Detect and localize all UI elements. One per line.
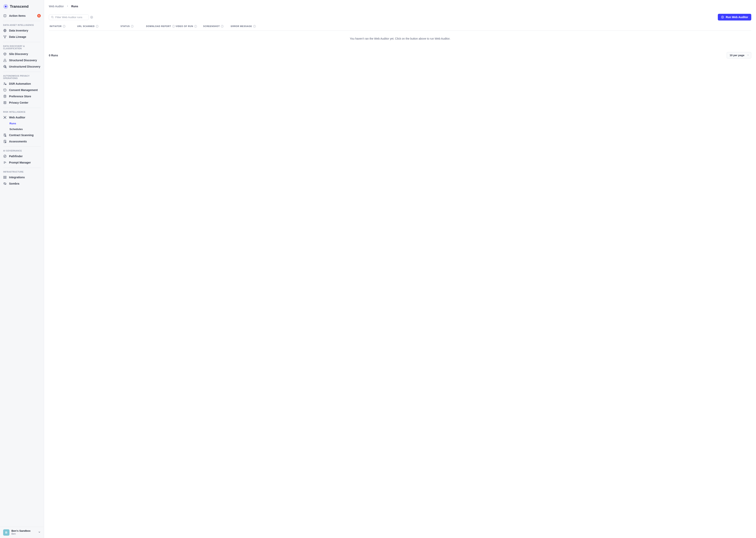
- prompt-icon: [3, 161, 7, 164]
- nav-web-auditor[interactable]: Web Auditor: [0, 114, 44, 121]
- workspace-name: Ben's Sandbox: [11, 529, 36, 533]
- nav-label: DSR Automation: [9, 82, 31, 85]
- sidebar: Transcend Action Items 6 Data Asset Inte…: [0, 0, 44, 538]
- col-status[interactable]: Statusi: [120, 25, 146, 28]
- lineage-icon: [3, 35, 7, 39]
- breadcrumb-parent[interactable]: Web Auditor: [49, 5, 64, 8]
- nav-consent-management[interactable]: Consent Management: [0, 87, 44, 93]
- nav-label: Data Inventory: [9, 29, 28, 32]
- nav-label: Web Auditor: [9, 116, 25, 119]
- globe-search-icon: [3, 65, 7, 68]
- nav-assessments[interactable]: Assessments: [0, 138, 44, 144]
- nav-data-inventory[interactable]: Data Inventory: [0, 27, 44, 34]
- scan-icon: [3, 116, 7, 119]
- nav-label: Consent Management: [9, 88, 38, 92]
- section-header: Data Discovery & Classification: [0, 42, 44, 51]
- nav-structured-discovery[interactable]: Structured Discovery: [0, 57, 44, 63]
- svg-point-26: [51, 16, 53, 18]
- info-icon[interactable]: i: [63, 25, 65, 27]
- chevron-down-icon: [747, 54, 749, 57]
- dsr-icon: [3, 82, 7, 85]
- info-icon[interactable]: i: [253, 25, 256, 27]
- nav-unstructured-discovery[interactable]: Unstructured Discovery: [0, 63, 44, 70]
- nav-preference-store[interactable]: Preference Store: [0, 93, 44, 99]
- section-header: AI Governance: [0, 147, 44, 153]
- nav-web-auditor-schedules[interactable]: Schedules: [0, 126, 44, 132]
- nav-action-items[interactable]: Action Items 6: [0, 13, 44, 19]
- integrations-icon: [3, 176, 7, 179]
- col-video-of-run[interactable]: Video of Runi: [176, 25, 203, 28]
- run-web-auditor-button[interactable]: Run Web Auditor: [718, 14, 751, 21]
- button-label: Run Web Auditor: [726, 16, 748, 19]
- workspace-switcher[interactable]: B Ben's Sandbox Ben: [0, 527, 44, 538]
- bolt-icon: [3, 14, 7, 18]
- nav-pathfinder[interactable]: Pathfinder: [0, 153, 44, 159]
- nav-sombra[interactable]: Sombra: [0, 181, 44, 187]
- nav-data-lineage[interactable]: Data Lineage: [0, 34, 44, 40]
- nav-label: Pathfinder: [9, 155, 23, 158]
- sidebar-scroll[interactable]: Transcend Action Items 6 Data Asset Inte…: [0, 0, 44, 527]
- nav-label: Prompt Manager: [9, 161, 31, 164]
- nav-integrations[interactable]: Integrations: [0, 174, 44, 181]
- svg-point-21: [4, 155, 6, 158]
- nav-label: Contract Scanning: [9, 134, 33, 137]
- svg-point-10: [4, 82, 5, 83]
- nav-privacy-center[interactable]: Privacy Center: [0, 99, 44, 106]
- breadcrumb-current: Runs: [71, 5, 78, 8]
- table-footer: 0 Runs 10 per page: [49, 52, 751, 59]
- section-header: Autonomous Privacy Operations: [0, 72, 44, 81]
- privacy-icon: [3, 101, 7, 104]
- store-icon: [3, 94, 7, 98]
- info-icon[interactable]: i: [194, 25, 197, 27]
- avatar: B: [3, 529, 10, 536]
- info-icon[interactable]: i: [131, 25, 133, 27]
- nav-label: Structured Discovery: [9, 59, 37, 62]
- add-filter-icon[interactable]: [90, 16, 93, 19]
- info-icon[interactable]: i: [221, 25, 223, 27]
- brand-name: Transcend: [10, 4, 28, 9]
- nav-label: Schedules: [10, 128, 23, 131]
- user-meta: Ben's Sandbox Ben: [11, 529, 36, 536]
- col-screenshot[interactable]: Screenshoti: [203, 25, 231, 28]
- nav-label: Runs: [10, 122, 16, 125]
- info-icon[interactable]: i: [172, 25, 175, 27]
- nav-label: Sombra: [9, 182, 19, 185]
- col-download-report[interactable]: Download Reporti: [146, 25, 176, 28]
- table-header-row: Initiatori URL Scannedi Statusi Download…: [49, 25, 751, 31]
- chevron-down-icon: [38, 531, 41, 534]
- svg-rect-23: [5, 176, 6, 177]
- page-size-select[interactable]: 10 per page: [727, 52, 751, 59]
- breadcrumb: Web Auditor Runs: [49, 5, 751, 8]
- sombra-icon: [3, 182, 7, 186]
- nav-prompt-manager[interactable]: Prompt Manager: [0, 159, 44, 166]
- col-initiator[interactable]: Initiatori: [50, 25, 77, 28]
- chevron-right-icon: [67, 5, 69, 8]
- nav-label: Data Lineage: [9, 35, 26, 38]
- nav-dsr-automation[interactable]: DSR Automation: [0, 81, 44, 87]
- user-name: Ben: [11, 532, 36, 536]
- nav-label: Action Items: [9, 14, 25, 17]
- nav-label: Assessments: [9, 140, 27, 143]
- nav-web-auditor-runs[interactable]: Runs: [0, 121, 44, 126]
- svg-point-14: [5, 102, 5, 103]
- filter-box[interactable]: [49, 14, 89, 20]
- page-size-value: 10 per page: [730, 54, 744, 57]
- search-icon: [51, 16, 54, 19]
- svg-point-0: [5, 6, 7, 8]
- contract-icon: [3, 134, 7, 137]
- filter-input[interactable]: [55, 16, 89, 19]
- col-error-message[interactable]: Error Messagei: [231, 25, 750, 28]
- col-url-scanned[interactable]: URL Scannedi: [77, 25, 120, 28]
- svg-point-9: [5, 67, 6, 68]
- main-content: Web Auditor Runs Run Web Auditor Initiat…: [44, 0, 756, 538]
- nav-contract-scanning[interactable]: Contract Scanning: [0, 132, 44, 138]
- brand-logo[interactable]: Transcend: [0, 3, 44, 13]
- empty-state-message: You haven't ran the Web Auditor yet. Cli…: [49, 31, 751, 48]
- compass-icon: [3, 154, 7, 158]
- nav-label: Privacy Center: [9, 101, 28, 104]
- nav-silo-discovery[interactable]: Silo Discovery: [0, 51, 44, 57]
- globe-icon: [3, 29, 7, 32]
- nav-label: Preference Store: [9, 95, 31, 98]
- section-header: Data Asset Intelligence: [0, 21, 44, 27]
- info-icon[interactable]: i: [96, 25, 98, 27]
